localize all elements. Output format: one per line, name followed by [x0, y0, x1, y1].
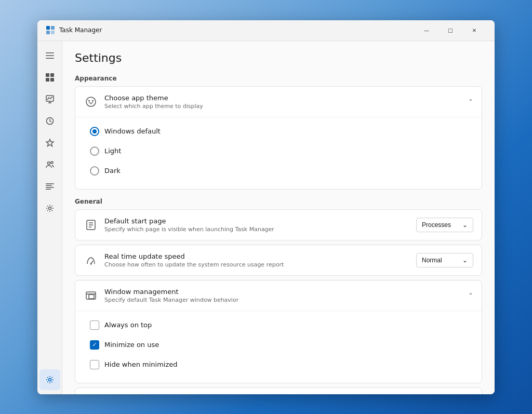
- radio-circle-light[interactable]: [90, 146, 99, 156]
- svg-point-21: [48, 207, 51, 209]
- page-title: Settings: [75, 51, 482, 64]
- checkbox-option-always-on-top[interactable]: Always on top: [84, 315, 473, 335]
- card-action-default-start-page: Processes ⌄: [416, 218, 473, 232]
- svg-point-16: [51, 162, 53, 164]
- card-title-window-management: Window management: [104, 288, 468, 296]
- card-header-app-theme[interactable]: Choose app theme Select which app theme …: [75, 87, 482, 117]
- svg-rect-5: [46, 55, 54, 56]
- section-label-appearance: Appearance: [75, 75, 482, 82]
- card-content-window-management: Always on top Minimize on use Hide when …: [75, 311, 482, 383]
- card-header-other-options[interactable]: Other options Some additional options fo…: [75, 388, 482, 394]
- title-bar: Task Manager — □ ✕: [37, 20, 495, 41]
- window-title: Task Manager: [59, 26, 415, 34]
- checkbox-option-hide-when-minimized[interactable]: Hide when minimized: [84, 355, 473, 375]
- card-title-realtime-update-speed: Real time update speed: [104, 252, 416, 260]
- radio-option-dark[interactable]: Dark: [84, 161, 473, 181]
- main-content: Settings Appearance: [62, 41, 495, 394]
- sidebar-item-details[interactable]: [39, 176, 60, 197]
- svg-point-34: [90, 263, 92, 264]
- card-default-start-page: Default start page Specify which page is…: [75, 209, 482, 241]
- radio-label-light: Light: [104, 147, 121, 155]
- sidebar-item-app-history[interactable]: [39, 111, 60, 131]
- radio-circle-windows-default[interactable]: [90, 127, 99, 136]
- dropdown-realtime-update-speed[interactable]: Normal ⌄: [416, 253, 473, 268]
- section-label-general: General: [75, 198, 482, 205]
- card-subtitle-realtime-update-speed: Choose how often to update the system re…: [104, 261, 416, 268]
- checkbox-hide-when-minimized[interactable]: [90, 360, 99, 369]
- checkbox-always-on-top[interactable]: [90, 320, 99, 330]
- card-content-app-theme: Windows default Light Dark: [75, 117, 482, 189]
- sidebar-item-performance[interactable]: [39, 89, 60, 110]
- card-window-management: Window management Specify default Task M…: [75, 280, 482, 383]
- checkbox-label-minimize-on-use: Minimize on use: [104, 341, 159, 349]
- svg-rect-18: [46, 185, 52, 186]
- close-button[interactable]: ✕: [462, 22, 486, 38]
- card-header-realtime-update-speed: Real time update speed Choose how often …: [75, 245, 482, 275]
- svg-point-25: [92, 100, 94, 101]
- sidebar-item-services[interactable]: [39, 198, 60, 219]
- chevron-up-icon-window: ⌃: [468, 292, 473, 299]
- radio-circle-dark[interactable]: [90, 166, 99, 176]
- card-realtime-update-speed: Real time update speed Choose how often …: [75, 245, 482, 276]
- radio-label-dark: Dark: [104, 167, 121, 175]
- maximize-button[interactable]: □: [438, 22, 462, 38]
- card-action-window-management: ⌃: [468, 292, 473, 299]
- svg-rect-9: [46, 78, 49, 82]
- radio-label-windows-default: Windows default: [104, 127, 161, 135]
- svg-rect-17: [46, 183, 54, 184]
- dropdown-value-default-start-page: Processes: [422, 221, 451, 229]
- window-icon: [84, 288, 98, 303]
- svg-rect-7: [46, 73, 49, 77]
- card-subtitle-default-start-page: Specify which page is visible when launc…: [104, 226, 416, 233]
- card-title-default-start-page: Default start page: [104, 217, 416, 225]
- svg-rect-1: [51, 26, 55, 30]
- checkbox-option-minimize-on-use[interactable]: Minimize on use: [84, 335, 473, 355]
- card-subtitle-app-theme: Select which app theme to display: [104, 103, 468, 110]
- speed-icon: [84, 253, 98, 268]
- sidebar-item-startup[interactable]: [39, 132, 60, 153]
- card-text-realtime-update-speed: Real time update speed Choose how often …: [104, 252, 416, 268]
- card-title-app-theme: Choose app theme: [104, 94, 468, 102]
- content-scroll[interactable]: Appearance: [62, 71, 495, 394]
- svg-point-15: [47, 162, 50, 164]
- page-header: Settings: [62, 41, 495, 71]
- svg-rect-19: [46, 187, 54, 188]
- card-app-theme: Choose app theme Select which app theme …: [75, 86, 482, 190]
- checkbox-label-hide-when-minimized: Hide when minimized: [104, 360, 178, 368]
- radio-option-windows-default[interactable]: Windows default: [84, 122, 473, 141]
- card-header-default-start-page: Default start page Specify which page is…: [75, 210, 482, 240]
- sidebar-item-processes[interactable]: [39, 67, 60, 88]
- svg-rect-3: [51, 31, 55, 34]
- svg-point-24: [88, 100, 90, 101]
- sidebar-item-settings[interactable]: [39, 369, 60, 390]
- card-subtitle-window-management: Specify default Task Manager window beha…: [104, 297, 468, 303]
- dropdown-value-realtime-update-speed: Normal: [422, 257, 442, 264]
- sidebar-item-users[interactable]: [39, 154, 60, 175]
- radio-option-light[interactable]: Light: [84, 141, 473, 161]
- svg-point-28: [92, 102, 93, 103]
- svg-point-22: [48, 378, 51, 381]
- task-manager-window: Task Manager — □ ✕: [37, 20, 495, 394]
- card-text-window-management: Window management Specify default Task M…: [104, 288, 468, 303]
- chevron-up-icon: ⌃: [468, 98, 473, 105]
- card-action-realtime-update-speed: Normal ⌄: [416, 253, 473, 268]
- svg-rect-4: [46, 52, 54, 54]
- svg-rect-6: [46, 58, 54, 59]
- card-text-app-theme: Choose app theme Select which app theme …: [104, 94, 468, 110]
- card-header-window-management[interactable]: Window management Specify default Task M…: [75, 281, 482, 311]
- svg-rect-8: [50, 73, 54, 77]
- window-body: Settings Appearance: [37, 41, 495, 394]
- svg-rect-2: [46, 31, 50, 34]
- sidebar: [37, 41, 62, 394]
- dropdown-default-start-page[interactable]: Processes ⌄: [416, 218, 473, 232]
- chevron-down-icon: ⌄: [462, 221, 468, 229]
- chevron-down-icon-speed: ⌄: [462, 257, 468, 264]
- sidebar-item-menu[interactable]: [39, 45, 60, 66]
- svg-rect-10: [50, 78, 54, 82]
- svg-point-27: [89, 102, 90, 103]
- card-other-options: Other options Some additional options fo…: [75, 388, 482, 394]
- checkbox-minimize-on-use[interactable]: [90, 340, 99, 350]
- minimize-button[interactable]: —: [415, 22, 438, 38]
- checkbox-label-always-on-top: Always on top: [104, 321, 152, 329]
- svg-point-23: [86, 97, 96, 106]
